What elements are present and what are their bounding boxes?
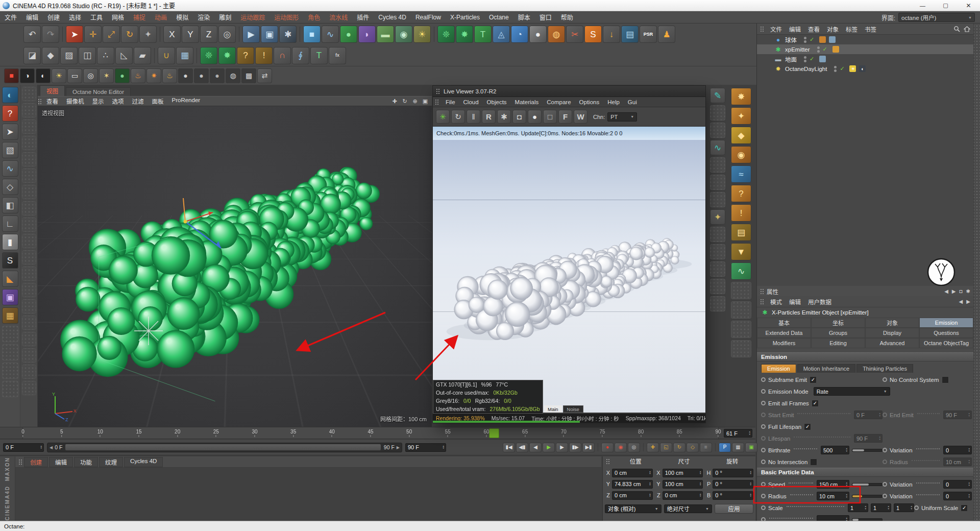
texture-tag[interactable] — [819, 36, 826, 43]
empty-palette-slot[interactable] — [2, 344, 18, 360]
apply-button[interactable]: 应用 — [715, 504, 753, 514]
keyframe-circle[interactable] — [761, 389, 766, 394]
live-selection-tool[interactable]: ➤ — [66, 26, 83, 43]
menu-item-选择[interactable]: 选择 — [64, 13, 86, 21]
keyframe-selection-grid-button[interactable]: ▦ — [732, 443, 744, 452]
menu-item-查看[interactable]: 查看 — [42, 97, 62, 105]
viewport-tab-octane-node-editor[interactable]: Octane Node Editor — [66, 87, 131, 96]
menu-item-文件[interactable]: 文件 — [767, 25, 786, 33]
menu-item-脚本[interactable]: 脚本 — [513, 13, 535, 21]
target-light-icon[interactable]: ◎ — [83, 68, 98, 83]
panel-grip[interactable] — [760, 288, 765, 294]
menu-item-RealFlow[interactable]: RealFlow — [411, 14, 446, 21]
scale-y-input[interactable]: 1▲▼ — [871, 503, 891, 512]
add-spline-pen[interactable]: ∿ — [322, 26, 339, 43]
range-start-input[interactable]: 0 F▲▼ — [3, 443, 44, 452]
no-control-system-checkbox[interactable] — [942, 376, 949, 383]
enable-snap-icon[interactable]: ∪ — [158, 47, 175, 64]
axis-snap-icon[interactable]: ∟ — [2, 215, 18, 232]
menu-item-插件[interactable]: 插件 — [352, 13, 374, 21]
minimize-button[interactable]: — — [911, 0, 934, 11]
uv-edit-icon[interactable]: ▦ — [2, 307, 18, 324]
interface-dropdown[interactable]: octane (用户) ▼ — [898, 13, 975, 22]
menu-item-Octane[interactable]: Octane — [484, 14, 513, 21]
phong-tag[interactable] — [819, 56, 826, 62]
xp-generator-shelf-icon[interactable]: ✦ — [731, 107, 751, 125]
range-bar[interactable] — [65, 444, 381, 450]
empty-palette-slot[interactable] — [2, 326, 18, 342]
record-scale-toggle[interactable]: ◱ — [660, 443, 672, 452]
xp-question-icon[interactable]: ? — [237, 47, 254, 64]
empty-palette-slot[interactable] — [731, 340, 751, 357]
go-to-previous-key-button[interactable]: ◀▮ — [516, 443, 528, 452]
white-balance-picker-icon[interactable]: W — [574, 110, 587, 124]
empty-palette-slot[interactable] — [22, 201, 36, 215]
workplane-snap-icon[interactable]: ▦ — [176, 47, 193, 64]
playback-preferences-button[interactable]: P — [719, 443, 731, 452]
empty-palette-slot[interactable] — [710, 123, 725, 138]
viewport-tab-view[interactable]: 视图 — [40, 85, 65, 96]
render-settings-icon[interactable]: ✱ — [497, 110, 511, 124]
points-mode-icon[interactable]: ∴ — [97, 47, 114, 64]
menu-item-渲染[interactable]: 渲染 — [193, 13, 214, 21]
sketch-shading-icon[interactable]: S — [2, 252, 18, 269]
history-forward-icon[interactable]: ▶ — [952, 288, 956, 294]
menu-item-帮助[interactable]: 帮助 — [556, 13, 578, 21]
menu-item-编辑[interactable]: 编辑 — [49, 457, 73, 467]
menu-item-Objects[interactable]: Objects — [483, 99, 511, 105]
empty-palette-slot[interactable] — [710, 175, 725, 190]
extrude-tool-icon[interactable]: ◧ — [2, 197, 18, 213]
panel-grip[interactable] — [606, 458, 610, 464]
no-intersection-checkbox[interactable] — [810, 458, 817, 466]
xp-sketch-tool-icon[interactable]: ✎ — [710, 88, 725, 103]
object-row-xpEmitter[interactable]: ✱xpEmitter✓ — [757, 44, 973, 54]
go-to-start-button[interactable]: ▮◀ — [503, 443, 515, 452]
live-viewer-titlebar[interactable]: Live Viewer 3.07-R2 — [433, 86, 705, 97]
menu-item-动画[interactable]: 动画 — [150, 13, 172, 21]
add-camera[interactable]: ◉ — [395, 26, 412, 43]
panel-grip[interactable] — [18, 459, 23, 465]
download-icon[interactable]: ↓ — [603, 26, 620, 43]
rot-b-input[interactable]: 0 °▲▼ — [713, 491, 753, 500]
lock-z-axis[interactable]: Z — [200, 26, 217, 43]
sun-tag[interactable]: ☀ — [849, 65, 856, 72]
add-environment-floor[interactable]: ▬ — [377, 26, 394, 43]
phong-tag[interactable] — [829, 36, 836, 43]
empty-palette-slot[interactable] — [710, 192, 725, 207]
emission-mode-dropdown[interactable]: Rate ▼ — [814, 387, 890, 396]
gray-material-ball3-icon[interactable]: ● — [210, 68, 225, 83]
render-picture-viewer-button[interactable]: ▣ — [261, 26, 278, 43]
panel-resize-gutter[interactable] — [973, 23, 980, 521]
text-spline-icon[interactable]: T — [474, 26, 492, 43]
size-y-input[interactable]: 100 cm▲▼ — [663, 480, 703, 489]
polygons-mode-icon[interactable]: ▰ — [134, 47, 151, 64]
visibility-dots[interactable] — [817, 46, 820, 53]
object-row-地面[interactable]: ▬地面✓ — [757, 54, 973, 64]
object-row-球体[interactable]: ●球体✓ — [757, 35, 973, 44]
gray-material-ball-icon[interactable]: ● — [178, 68, 193, 83]
menu-item-摄像机[interactable]: 摄像机 — [62, 97, 88, 105]
history-back-icon[interactable]: ◀ — [944, 288, 948, 294]
coordinate-mode-dropdown[interactable]: 对象 (相对)▼ — [605, 504, 662, 513]
empty-palette-slot[interactable] — [22, 185, 36, 199]
size-x-input[interactable]: 100 cm▲▼ — [663, 469, 703, 477]
attribute-tab-Groups[interactable]: Groups — [811, 328, 865, 338]
xp-trail-shelf-icon[interactable]: ∿ — [731, 262, 751, 280]
paint-tool-icon[interactable]: ◣ — [2, 271, 18, 287]
restart-render-icon[interactable]: ↻ — [451, 110, 465, 124]
range-left-arrow-icon[interactable]: ◀ — [50, 445, 53, 450]
current-frame-input[interactable]: 61 F▲▼ — [724, 429, 752, 438]
emission-section-header[interactable]: Emission — [757, 352, 973, 361]
xp-system-quick-icon[interactable]: ❊ — [200, 47, 217, 64]
empty-palette-slot[interactable] — [22, 152, 36, 166]
octane-material-icon[interactable]: ● — [529, 26, 547, 43]
scale-x-input[interactable]: 1▲▼ — [848, 503, 868, 512]
size-z-input[interactable]: 0 cm▲▼ — [663, 491, 703, 500]
keyframe-circle[interactable] — [761, 377, 766, 382]
xp-spline-icon[interactable]: ∿ — [710, 140, 725, 155]
mograph-icon[interactable]: ◬ — [493, 26, 510, 43]
empty-palette-slot[interactable] — [22, 119, 36, 134]
xp-group-shelf-icon[interactable]: ▤ — [731, 224, 751, 241]
attribute-tab-Extended Data[interactable]: Extended Data — [757, 328, 811, 338]
empty-palette-slot[interactable] — [22, 87, 36, 101]
